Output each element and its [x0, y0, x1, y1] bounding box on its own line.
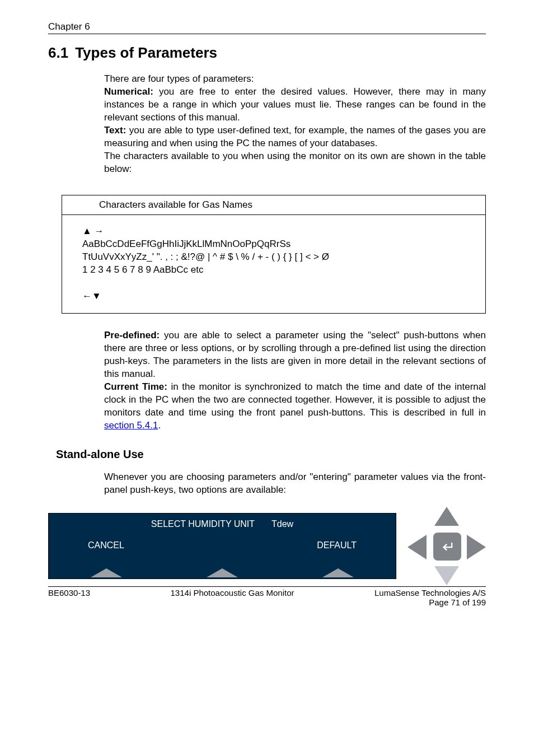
top-rule — [48, 34, 486, 34]
intro-line: There are four types of parameters: — [104, 73, 486, 86]
direction-keypad — [407, 507, 486, 585]
arrow-up-button[interactable] — [434, 507, 459, 526]
numerical-label: Numerical: — [104, 86, 153, 97]
standalone-para: Whenever you are choosing parameters and… — [104, 471, 486, 497]
section-link[interactable]: section 5.4.1 — [104, 420, 158, 431]
predefined-text: you are able to select a parameter using… — [104, 330, 486, 379]
text-text: you are able to type user-defined text, … — [104, 125, 486, 148]
text-label: Text: — [104, 125, 126, 136]
section-title: Types of Parameters — [75, 44, 217, 62]
char-line-3: 1 2 3 4 5 6 7 8 9 AaBbCc etc — [82, 264, 480, 277]
footer-right: LumaSense Technologies A/S Page 71 of 19… — [374, 588, 486, 607]
text-para: Text: you are able to type user-defined … — [104, 124, 486, 150]
predefined-para: Pre-defined: you are able to select a pa… — [104, 329, 486, 381]
numerical-text: you are free to enter the desired values… — [104, 86, 486, 123]
cancel-button-label[interactable]: CANCEL — [88, 540, 124, 550]
softkey-indicator-2[interactable] — [207, 568, 238, 577]
display-value: Tdew — [271, 519, 293, 529]
char-table-header: Characters available for Gas Names — [62, 195, 485, 216]
footer-left: BE6030-13 — [48, 588, 90, 607]
char-line-2: TtUuVvXxYyZz_' ". , : ; &!?@ | ^ # $ \ %… — [82, 251, 480, 264]
enter-button[interactable] — [433, 533, 461, 561]
current-time-para: Current Time: in the monitor is synchron… — [104, 381, 486, 432]
char-table-body: ▲ → AaBbCcDdEeFfGgHhIiJjKkLlMmNnOoPpQqRr… — [62, 215, 485, 313]
enter-icon — [439, 539, 455, 554]
chars-intro: The characters available to you when usi… — [104, 150, 486, 176]
arrow-left-button[interactable] — [407, 535, 427, 559]
footer-right-line1: LumaSense Technologies A/S — [374, 588, 486, 598]
chapter-label: Chapter 6 — [48, 21, 486, 32]
page-footer: BE6030-13 1314i Photoacoustic Gas Monito… — [48, 588, 486, 607]
numerical-para: Numerical: you are free to enter the des… — [104, 86, 486, 124]
softkey-indicator-3[interactable] — [322, 568, 354, 577]
arrow-right-button[interactable] — [467, 535, 486, 559]
section-heading: 6.1 Types of Parameters — [48, 44, 486, 62]
char-table: Characters available for Gas Names ▲ → A… — [62, 195, 486, 314]
char-line-0: ▲ → — [82, 225, 480, 238]
char-line-bottom-arrows: ←▼ — [82, 290, 480, 303]
device-display: SELECT HUMIDITY UNIT Tdew CANCEL DEFAULT — [48, 513, 396, 579]
footer-center: 1314i Photoacoustic Gas Monitor — [171, 588, 294, 607]
current-time-label: Current Time: — [104, 381, 167, 392]
bottom-rule — [48, 586, 486, 587]
current-time-text-after: . — [158, 420, 161, 431]
display-title: SELECT HUMIDITY UNIT — [151, 519, 255, 529]
arrow-down-button[interactable] — [434, 566, 459, 585]
predefined-label: Pre-defined: — [104, 330, 160, 340]
section-number: 6.1 — [48, 44, 68, 62]
default-button-label[interactable]: DEFAULT — [317, 540, 357, 550]
footer-right-line2: Page 71 of 199 — [429, 598, 486, 607]
softkey-indicator-1[interactable] — [91, 568, 122, 577]
char-line-1: AaBbCcDdEeFfGgHhIiJjKkLlMmNnOoPpQqRrSs — [82, 238, 480, 251]
standalone-heading: Stand-alone Use — [56, 448, 486, 461]
